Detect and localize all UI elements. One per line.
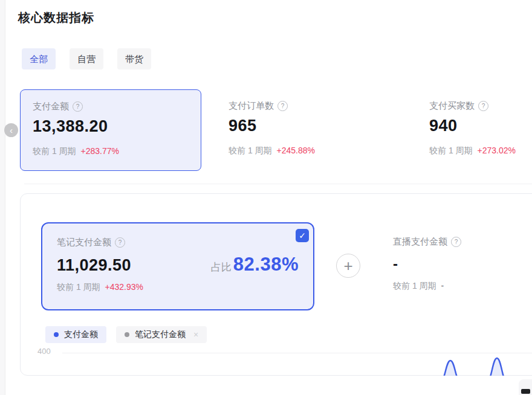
breakdown-card-live-payment[interactable]: 直播支付金额 ? - 较前 1 周期 - — [393, 236, 526, 292]
note-share: 占比 82.38% — [211, 254, 299, 275]
note-delta-row: 较前 1 周期 +432.93% — [57, 282, 299, 293]
metric-label: 支付买家数 — [429, 100, 475, 112]
help-icon[interactable]: ? — [451, 237, 461, 247]
compare-label: 较前 1 周期 — [393, 281, 436, 292]
scope-tabs: 全部 自营 带货 — [22, 48, 151, 69]
corner-mark — [521, 389, 530, 394]
delta-value: +273.02% — [478, 146, 516, 155]
breakdown-card-note-payment[interactable]: 笔记支付金额 ? 11,029.50 占比 82.38% 较前 1 周期 +43… — [41, 222, 314, 310]
note-label: 笔记支付金额 — [57, 237, 111, 248]
metric-label-row: 支付买家数 ? — [429, 100, 525, 112]
chevron-left-icon: ‹ — [10, 126, 13, 135]
trend-chart — [20, 336, 532, 376]
help-icon[interactable]: ? — [478, 101, 488, 111]
metric-card-payment-orders[interactable]: 支付订单数 ? 965 较前 1 周期 +245.88% — [221, 89, 403, 171]
metric-delta-row: 较前 1 周期 +283.77% — [33, 146, 189, 157]
compare-label: 较前 1 周期 — [429, 146, 473, 156]
metric-delta-row: 较前 1 周期 +245.88% — [229, 146, 395, 156]
delta-value: - — [441, 281, 444, 292]
share-value: 82.38% — [233, 254, 299, 275]
live-value: - — [393, 256, 526, 272]
tab-affiliate[interactable]: 带货 — [117, 48, 151, 69]
compare-label: 较前 1 周期 — [57, 282, 100, 293]
help-icon[interactable]: ? — [115, 237, 125, 248]
section-divider — [24, 184, 532, 184]
check-icon: ✓ — [299, 231, 306, 240]
metric-delta-row: 较前 1 周期 +273.02% — [429, 146, 525, 156]
delta-value: +245.88% — [277, 146, 315, 155]
page-left-edge — [0, 0, 5, 395]
metric-card-payment-amount[interactable]: 支付金额 ? 13,388.20 较前 1 周期 +283.77% — [20, 89, 201, 171]
metric-label-row: 支付订单数 ? — [229, 100, 395, 112]
help-icon[interactable]: ? — [277, 101, 288, 111]
tab-self-operated[interactable]: 自营 — [70, 48, 103, 69]
note-value-row: 11,029.50 占比 82.38% — [57, 254, 299, 275]
note-value: 11,029.50 — [57, 256, 131, 275]
page-title: 核心数据指标 — [18, 10, 94, 26]
metric-label-row: 支付金额 ? — [33, 101, 189, 112]
compare-label: 较前 1 周期 — [33, 146, 76, 157]
metric-value: 13,388.20 — [33, 117, 189, 135]
metric-label: 支付金额 — [33, 101, 69, 112]
metric-value: 940 — [429, 117, 525, 135]
add-metric-button[interactable]: + — [336, 254, 360, 278]
live-label-row: 直播支付金额 ? — [393, 236, 526, 248]
tab-all[interactable]: 全部 — [22, 48, 56, 69]
live-delta-row: 较前 1 周期 - — [393, 281, 526, 292]
note-card-checkbox[interactable]: ✓ — [296, 229, 309, 242]
plus-icon: + — [343, 258, 352, 274]
live-label: 直播支付金额 — [393, 236, 447, 248]
delta-value: +283.77% — [81, 146, 119, 156]
compare-label: 较前 1 周期 — [229, 146, 272, 156]
delta-value: +432.93% — [105, 282, 143, 292]
metric-card-payment-buyers[interactable]: 支付买家数 ? 940 较前 1 周期 +273.02% — [422, 89, 532, 171]
note-label-row: 笔记支付金额 ? — [57, 237, 299, 248]
metric-value: 965 — [229, 117, 395, 135]
carousel-prev-button[interactable]: ‹ — [4, 123, 18, 137]
share-label: 占比 — [211, 260, 232, 274]
metric-label: 支付订单数 — [229, 100, 274, 112]
help-icon[interactable]: ? — [73, 101, 83, 112]
